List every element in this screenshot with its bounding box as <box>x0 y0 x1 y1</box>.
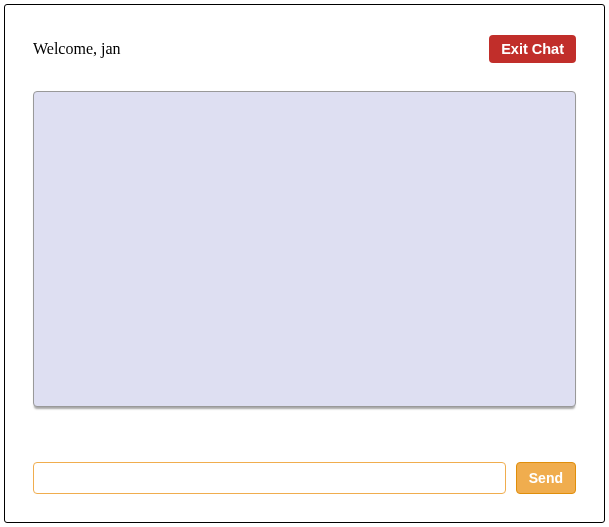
chat-messages-area[interactable] <box>33 91 576 407</box>
header: Welcome, jan Exit Chat <box>5 35 604 63</box>
welcome-text: Welcome, jan <box>33 40 121 58</box>
chat-window: Welcome, jan Exit Chat Send <box>4 4 605 523</box>
message-input[interactable] <box>33 462 506 494</box>
composer-row: Send <box>33 462 576 494</box>
send-button[interactable]: Send <box>516 462 576 494</box>
exit-chat-button[interactable]: Exit Chat <box>489 35 576 63</box>
